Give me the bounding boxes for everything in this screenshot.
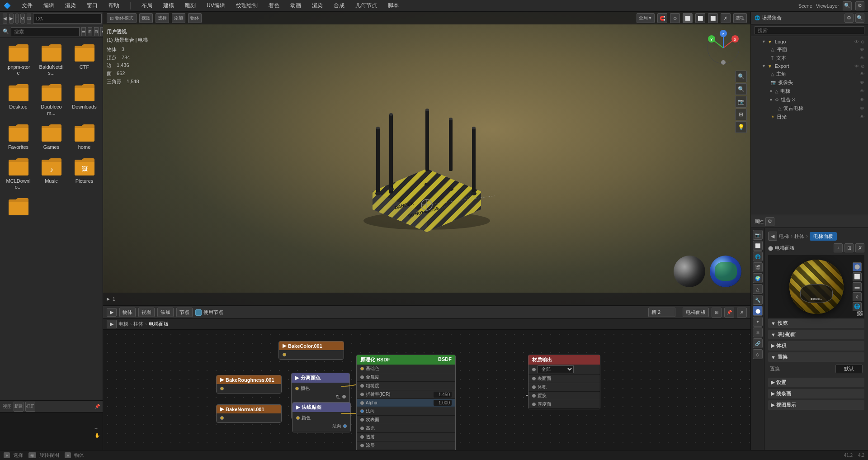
hero-visibility[interactable]: 👁 bbox=[860, 71, 864, 76]
viewport-shading-solid[interactable]: ⬜ bbox=[683, 13, 693, 23]
bsdf-row-base-color[interactable]: 基础色 bbox=[357, 365, 455, 373]
viewport-shading-xray[interactable]: ✗ bbox=[721, 13, 731, 23]
props-tab-output[interactable]: ⬜ bbox=[753, 241, 763, 251]
viewport-overlay-btn[interactable]: ⊙ bbox=[670, 13, 680, 23]
tree-item-plane[interactable]: △ 平面 👁 bbox=[751, 45, 868, 54]
material-name-btn[interactable]: 电梯面板 bbox=[683, 308, 709, 317]
props-tab-data[interactable]: ◇ bbox=[753, 349, 763, 359]
back-btn[interactable]: ◀ bbox=[3, 14, 7, 24]
workspace-modeling[interactable]: 建模 bbox=[161, 1, 176, 10]
preview-section-header[interactable]: ▼ 预览 bbox=[768, 318, 864, 328]
viewport-view-btn[interactable]: 视图 bbox=[139, 13, 153, 23]
viewport-shading-material[interactable]: ⬜ bbox=[695, 13, 705, 23]
mat-out-surface-row[interactable]: 表面面 bbox=[528, 375, 600, 383]
workspace-texture[interactable]: 纹理绘制 bbox=[234, 1, 259, 10]
breadcrumb-pillar[interactable]: 柱体 bbox=[133, 321, 143, 327]
material-back-btn[interactable]: ◀ bbox=[768, 232, 777, 241]
menu-help[interactable]: 帮助 bbox=[107, 1, 121, 10]
preview-custom-btn[interactable]: ◊ bbox=[853, 292, 862, 301]
viewport-display-section-header[interactable]: ▶ 视图显示 bbox=[768, 400, 864, 410]
light-btn[interactable]: 💡 bbox=[735, 121, 747, 133]
folder-music[interactable]: ♪ Music bbox=[37, 156, 66, 192]
preview-plane-btn[interactable]: ▬ bbox=[853, 282, 862, 291]
workspace-scripting[interactable]: 脚本 bbox=[386, 1, 401, 10]
text-visibility[interactable]: 👁 bbox=[860, 56, 864, 61]
preview-hand-icon[interactable]: ✋ bbox=[94, 432, 100, 437]
viewport-3d[interactable]: ⊡ 物体模式 视图 选择 添加 物体 全局▼ 🧲 ⊙ ⬜ ⬜ ⬜ ✗ 选项 bbox=[103, 12, 750, 305]
bsdf-row-transmission[interactable]: 透射 bbox=[357, 433, 455, 441]
tree-item-combo3[interactable]: ▼ ⚙ 组合 3 👁 bbox=[751, 95, 868, 104]
folder-baidunet[interactable]: BaiduNetdis... bbox=[37, 42, 66, 78]
filter-btn[interactable]: ⚙ bbox=[855, 1, 864, 10]
search-scene-btn[interactable]: 🔍 bbox=[843, 1, 852, 10]
workspace-shading[interactable]: 着色 bbox=[267, 1, 281, 10]
export-visibility[interactable]: 👁 bbox=[854, 64, 859, 69]
preview-cube-btn[interactable]: ⬜ bbox=[853, 272, 862, 281]
file-search-input[interactable] bbox=[11, 27, 80, 36]
props-tab-render[interactable]: 📷 bbox=[753, 230, 763, 240]
path-input[interactable] bbox=[33, 14, 102, 24]
node-bakeroughness[interactable]: ▶ BakeRoughness.001 bbox=[216, 375, 282, 394]
outliner-filter-btn[interactable]: ⚙ bbox=[844, 14, 854, 23]
displacement-method-value[interactable]: 默认 bbox=[835, 365, 863, 373]
folder-ctf[interactable]: CTF bbox=[70, 42, 99, 78]
props-tab-object[interactable]: △ bbox=[753, 284, 763, 294]
displacement-section-header[interactable]: ▼ 置换 bbox=[768, 352, 864, 362]
surface-section-header[interactable]: ▼ 表(曲)面 bbox=[768, 330, 864, 339]
up-btn[interactable]: ↑ bbox=[15, 14, 19, 24]
material-delete-btn[interactable]: ✗ bbox=[855, 243, 864, 252]
props-tab-constraints[interactable]: 🔗 bbox=[753, 338, 763, 348]
tree-item-camera[interactable]: 📷 摄像头 👁 bbox=[751, 78, 868, 87]
navigation-gizmo[interactable]: X Y Z bbox=[705, 30, 741, 66]
use-nodes-toggle[interactable]: 使用节点 bbox=[195, 309, 223, 316]
mat-out-thickness-row[interactable]: 厚度面 bbox=[528, 400, 600, 409]
tree-item-elevator[interactable]: ▼ △ 电梯 👁 bbox=[751, 87, 868, 95]
viewport-select-btn[interactable]: 选择 bbox=[156, 13, 169, 23]
node-canvas[interactable]: ▶ BakeColor.001 ▶ BakeRoughness.001 bbox=[103, 330, 750, 450]
props-tab-scene[interactable]: 🎬 bbox=[753, 262, 763, 272]
breadcrumb-surface[interactable]: 电梯面板 bbox=[149, 321, 169, 327]
bsdf-row-ior[interactable]: 折射率(IOR) 1.450 bbox=[357, 390, 455, 399]
zoom-out-btn[interactable]: 🔍 bbox=[735, 83, 747, 95]
lineart-section-header[interactable]: ▶ 线条画 bbox=[768, 389, 864, 398]
bsdf-row-subsurface[interactable]: 次表面 bbox=[357, 416, 455, 424]
folder-pictures[interactable]: 🖼 Pictures bbox=[70, 156, 99, 192]
sunlight-visibility[interactable]: 👁 bbox=[860, 114, 864, 119]
folder-downloads[interactable]: Downloads bbox=[70, 81, 99, 118]
mat-out-all-row[interactable]: 全部 表面面 体积 置换 厚度面 bbox=[528, 365, 600, 375]
grid-btn[interactable]: ⊞ bbox=[735, 109, 747, 120]
bsdf-row-normal[interactable]: 法向 bbox=[357, 407, 455, 416]
node-bakecolor[interactable]: ▶ BakeColor.001 bbox=[278, 341, 344, 360]
node-bakenormal[interactable]: ▶ BakeNormal.001 bbox=[216, 404, 282, 423]
menu-file[interactable]: 文件 bbox=[20, 1, 34, 10]
folder-extra1[interactable] bbox=[4, 195, 33, 220]
preview-env-btn[interactable]: 🌐 bbox=[853, 302, 862, 311]
zoom-in-btn[interactable]: 🔍 bbox=[735, 71, 747, 82]
workspace-layout[interactable]: 布局 bbox=[140, 1, 154, 10]
retro-elevator-visibility[interactable]: 👁 bbox=[860, 106, 864, 111]
props-options-btn[interactable]: ⚙ bbox=[765, 217, 774, 226]
preview-sphere-btn[interactable]: ⬤ bbox=[853, 262, 862, 271]
logo-render-toggle[interactable]: ⊙ bbox=[861, 39, 864, 44]
material-copy-btn[interactable]: ⊞ bbox=[844, 243, 854, 252]
folder-pnpm-store[interactable]: .pnpm-store bbox=[4, 42, 33, 78]
viewport-shading-render[interactable]: ⬜ bbox=[708, 13, 718, 23]
outliner-search-input[interactable] bbox=[755, 26, 864, 34]
mat-out-displacement-row[interactable]: 置换 bbox=[528, 392, 600, 400]
open-btn[interactable]: 打开 bbox=[25, 402, 35, 412]
tree-item-hero[interactable]: △ 主角 👁 bbox=[751, 70, 868, 78]
workspace-render2[interactable]: 渲染 bbox=[310, 1, 325, 10]
workspace-uv[interactable]: UV编辑 bbox=[205, 1, 227, 10]
view-list-btn[interactable]: ☰ bbox=[81, 27, 86, 36]
export-render-toggle[interactable]: ⊙ bbox=[861, 64, 864, 69]
props-tab-physics[interactable]: ⚛ bbox=[753, 327, 763, 337]
node-view-btn[interactable]: 视图 bbox=[138, 308, 155, 317]
preview-zoom-btn[interactable]: + bbox=[94, 425, 100, 432]
settings-section-header[interactable]: ▶ 设置 bbox=[768, 378, 864, 387]
combo3-visibility[interactable]: 👁 bbox=[860, 97, 864, 102]
node-toggle-btn[interactable]: ▶ bbox=[107, 308, 117, 317]
camera-visibility[interactable]: 👁 bbox=[860, 80, 864, 85]
tree-item-logo[interactable]: ▼ ▼ Logo 👁 ⊙ bbox=[751, 38, 868, 45]
node-add-btn[interactable]: 添加 bbox=[157, 308, 174, 317]
material-output-node[interactable]: 材质输出 全部 表面面 体积 置换 厚度面 bbox=[528, 355, 600, 409]
